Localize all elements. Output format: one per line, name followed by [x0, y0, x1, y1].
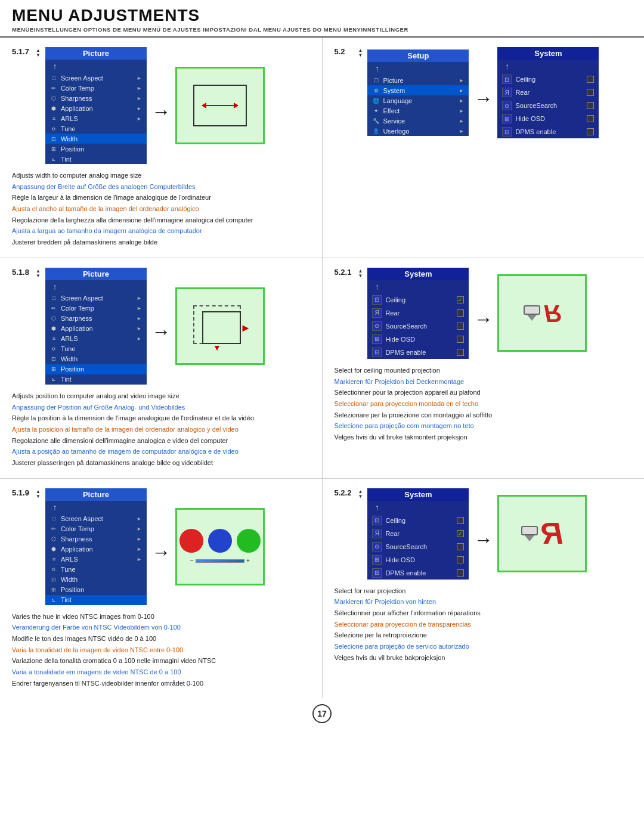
menu-item-519-width[interactable]: ⊡Width [45, 575, 147, 585]
desc-521-en: Select for ceiling mounted projection [335, 365, 633, 376]
check-ceiling-52 [587, 76, 594, 83]
menu-arrow-517: Picture ↑ □Screen Aspect ► ✏Color Temp ►… [45, 47, 265, 164]
menu-item-519-color[interactable]: ✏Color Temp ► [45, 524, 147, 534]
ico-rear-521: Я [372, 308, 382, 318]
sys-item-dpms-52[interactable]: ⊟DPMS enable [497, 125, 599, 138]
desc-522-en: Select for rear projection [335, 585, 633, 597]
ico-ceiling-52: ⊡ [502, 75, 512, 84]
menu-item-518-width[interactable]: ⊡Width [45, 354, 147, 364]
section-num-52: 5.2 [335, 47, 356, 56]
menu-item-518-app[interactable]: ⬢Application ► [45, 324, 147, 334]
menu-item-screen-aspect[interactable]: □Screen Aspect ► [45, 73, 147, 83]
ico-ceiling-522: ⊡ [372, 516, 382, 525]
menu-arrow-521: System ↑ ⊡Ceiling ✓ ЯRear ⊙SourceSearch [367, 268, 587, 359]
row-518-521: 5.1.8 ▲ ▼ Picture ↑ □Screen Aspect ► [0, 258, 644, 479]
desc-517-no: Justerer bredden på datamaskinens analog… [12, 237, 310, 248]
circle-red [179, 529, 203, 553]
system-title-52: System [497, 47, 599, 60]
sys-item-dpms-521[interactable]: ⊟DPMS enable [367, 346, 469, 359]
desc-521-es: Seleccionar para proyeccion montada en e… [335, 398, 633, 410]
menu-item-application[interactable]: ⬢Application ► [45, 103, 147, 113]
preview-518: ► ▼ [175, 287, 265, 365]
ico-color: ✏ [50, 84, 58, 92]
menu-item-518-screen[interactable]: □Screen Aspect ► [45, 293, 147, 303]
menu-box-518: Picture ↑ □Screen Aspect ► ✏Color Temp ►… [45, 268, 147, 385]
desc-521: Select for ceiling mounted projection Ma… [335, 365, 633, 443]
menu-item-service-52[interactable]: 🔧Service ► [367, 116, 469, 126]
menu-item-arls[interactable]: ≡ARLS ► [45, 113, 147, 123]
menu-item-519-position[interactable]: ⊞Position [45, 585, 147, 595]
menu-item-position[interactable]: ⊞Position [45, 144, 147, 154]
section-num-518: 5.1.8 [12, 268, 33, 277]
menu-item-519-tune[interactable]: ≎Tune [45, 565, 147, 575]
row-517-52: 5.1.7 ▲ ▼ Picture ↑ □Screen Aspect ► [0, 38, 644, 258]
check-hideosd-521 [457, 336, 464, 343]
sys-item-sourcesearch-52[interactable]: ⊙SourceSearch [497, 99, 599, 112]
row-519-522: 5.1.9 ▲ ▼ Picture ↑ □Screen Aspect ► [0, 479, 644, 699]
menu-item-color-temp[interactable]: ✏Color Temp ► [45, 83, 147, 93]
menu-item-518-tune[interactable]: ≎Tune [45, 344, 147, 354]
section-num-522: 5.2.2 [335, 488, 356, 497]
menu-item-sharpness[interactable]: ⬡Sharpness ► [45, 93, 147, 103]
circle-blue [208, 529, 232, 553]
desc-522-no: Velges hvis du vil bruke bakprojeksjon [335, 652, 633, 664]
sys-item-hideosd-522[interactable]: ⊞Hide OSD [367, 553, 469, 566]
sys-item-rear-521[interactable]: ЯRear [367, 306, 469, 320]
arrow-to-system-52: → [473, 76, 493, 110]
menu-item-519-sharp[interactable]: ⬡Sharpness ► [45, 534, 147, 544]
nav-arrows-517: ▲ ▼ [36, 48, 41, 58]
menu-item-tint[interactable]: ⊾Tint [45, 154, 147, 164]
menu-item-518-sharp[interactable]: ⬡Sharpness ► [45, 314, 147, 324]
ico-hideosd-521: ⊞ [372, 334, 382, 344]
sys-item-ceiling-521[interactable]: ⊡Ceiling ✓ [367, 293, 469, 306]
sys-item-ceiling-52[interactable]: ⊡Ceiling [497, 73, 599, 86]
menu-item-system-52-selected[interactable]: ⚙System ► [367, 85, 469, 95]
desc-522-de: Markieren für Projektion von hinten [335, 596, 633, 608]
menu-item-518-arls[interactable]: ≡ARLS ► [45, 334, 147, 344]
desc-519: Varies the hue in video NTSC images from… [12, 611, 310, 689]
sys-item-sourcesearch-522[interactable]: ⊙SourceSearch [367, 540, 469, 553]
sys-item-dpms-522[interactable]: ⊟DPMS enable [367, 566, 469, 580]
menu-item-userlogo-52[interactable]: 👤Userlogo ► [367, 126, 469, 136]
menu-title-519: Picture [45, 488, 147, 501]
menu-item-519-arls[interactable]: ≡ARLS ► [45, 554, 147, 565]
menu-item-518-color[interactable]: ✏Color Temp ► [45, 303, 147, 314]
menu-item-519-app[interactable]: ⬢Application ► [45, 544, 147, 554]
ico-ceiling-521: ⊡ [372, 295, 382, 305]
desc-522: Select for rear projection Markieren für… [335, 585, 633, 664]
sys-item-rear-522[interactable]: ЯRear ✓ [367, 527, 469, 540]
sys-item-hideosd-52[interactable]: ⊞Hide OSD [497, 112, 599, 125]
menu-item-519-screen[interactable]: □Screen Aspect ► [45, 514, 147, 524]
menu-box-519: Picture ↑ □Screen Aspect ► ✏Color Temp ►… [45, 488, 147, 605]
menu-item-519-tint-selected[interactable]: ⊾Tint [45, 595, 147, 605]
menu-item-518-position-selected[interactable]: ⊞Position [45, 364, 147, 374]
menu-item-tune[interactable]: ≎Tune [45, 123, 147, 134]
menu-item-picture-52[interactable]: ☐Picture ► [367, 75, 469, 85]
menu-item-width-selected[interactable]: ⊡Width [45, 134, 147, 144]
menu-arrow-52: Setup ↑ ☐Picture ► ⚙System ► 🌐Language [367, 47, 599, 138]
menu-item-language-52[interactable]: 🌐Language ► [367, 95, 469, 106]
sys-item-ceiling-522[interactable]: ⊡Ceiling [367, 514, 469, 527]
sys-item-rear-52[interactable]: ЯRear [497, 86, 599, 99]
sys-item-sourcesearch-521[interactable]: ⊙SourceSearch [367, 320, 469, 333]
desc-518-pt: Ajusta a posição ao tamanho de imagem de… [12, 446, 310, 457]
menu-title-52: Setup [367, 49, 469, 62]
desc-518-en: Adjusts position to computer analog and … [12, 391, 310, 402]
menu-item-518-tint[interactable]: ⊾Tint [45, 374, 147, 385]
menu-item-effect-52[interactable]: ✦Effect ► [367, 106, 469, 116]
ico-dpms-522: ⊟ [372, 568, 382, 578]
desc-518-es: Ajusta la posicion al tamaño de la image… [12, 424, 310, 435]
section-518-header: 5.1.8 ▲ ▼ Picture ↑ □Screen Aspect ► [12, 268, 310, 385]
desc-518-de: Anpassung der Position auf Größe Analog-… [12, 402, 310, 413]
ico-screen: □ [50, 74, 58, 82]
desc-517: Adjusts width to computer analog image s… [12, 170, 310, 248]
arrow-to-preview-521: → [473, 296, 493, 330]
check-ceiling-522 [457, 517, 464, 524]
pos-arrow-right: ► [240, 322, 251, 334]
preview-521: R [497, 274, 587, 352]
check-hideosd-522 [457, 556, 464, 563]
projector-beam-522 [525, 535, 534, 541]
sys-item-hideosd-521[interactable]: ⊞Hide OSD [367, 333, 469, 346]
desc-517-es: Ajusta el ancho al tamaño de la imagen d… [12, 203, 310, 215]
projector-beam [527, 315, 537, 321]
